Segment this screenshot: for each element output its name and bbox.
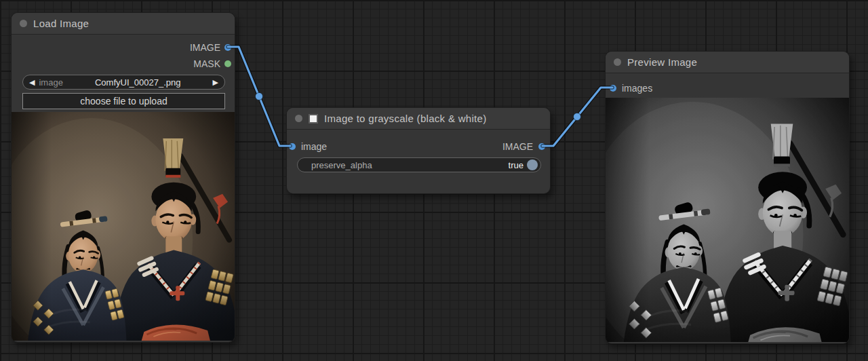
preserve-alpha-toggle[interactable]: preserve_alpha true	[297, 157, 541, 172]
output-slot-image: IMAGE	[190, 42, 231, 53]
input-port-image[interactable]	[289, 143, 296, 150]
input-slot-image: image	[289, 141, 327, 152]
link-grayscale-to-preview[interactable]	[542, 88, 612, 146]
toggle-dot-icon[interactable]	[527, 159, 538, 170]
collapse-dot-icon[interactable]	[295, 115, 302, 122]
output-port-image[interactable]	[224, 44, 231, 51]
image-combo-widget[interactable]: ◀ image ComfyUI_00027_.png ▶	[22, 75, 225, 90]
combo-name: image	[39, 77, 62, 88]
link-midpoint-dot[interactable]	[256, 93, 263, 100]
combo-value: ComfyUI_00027_.png	[67, 77, 209, 88]
widget-value: true	[509, 160, 524, 170]
preview-image-output	[606, 98, 849, 342]
input-slot-images: images	[610, 83, 652, 94]
collapse-dot-icon[interactable]	[614, 58, 621, 66]
node-title: Image to grayscale (black & white)	[324, 113, 486, 124]
collapse-dot-icon[interactable]	[20, 20, 27, 27]
input-port-images[interactable]	[610, 85, 616, 92]
input-label: image	[301, 141, 327, 152]
choose-file-button[interactable]: choose file to upload	[22, 93, 225, 109]
link-loadimage-to-grayscale[interactable]	[228, 47, 290, 146]
samurai-photo	[12, 112, 235, 341]
output-label: IMAGE	[190, 42, 220, 53]
output-port-image[interactable]	[538, 143, 545, 150]
node-title-bar: Load Image	[12, 13, 235, 35]
node-title: Load Image	[33, 18, 89, 29]
link-midpoint-dot[interactable]	[574, 113, 581, 121]
node-graph-canvas[interactable]: Load Image IMAGE MASK ◀ image ComfyUI_00…	[0, 0, 868, 361]
node-load-image[interactable]: Load Image IMAGE MASK ◀ image ComfyUI_00…	[11, 12, 235, 343]
output-slot-mask: MASK	[193, 58, 231, 69]
widget-name: preserve_alpha	[311, 160, 509, 170]
node-preview-image[interactable]: Preview Image images	[605, 51, 850, 344]
loaded-image-preview	[12, 112, 235, 341]
node-title: Preview Image	[627, 56, 697, 68]
combo-right-arrow-icon[interactable]: ▶	[213, 79, 218, 86]
input-label: images	[622, 83, 652, 94]
samurai-photo-grayscale	[606, 98, 849, 342]
node-image-to-grayscale[interactable]: Image to grayscale (black & white) image…	[286, 107, 551, 194]
node-title-bar: Image to grayscale (black & white)	[287, 108, 550, 130]
output-port-mask[interactable]	[224, 60, 231, 67]
combo-left-arrow-icon[interactable]: ◀	[29, 79, 35, 86]
square-node-icon	[309, 114, 318, 124]
output-label: MASK	[193, 58, 220, 69]
output-slot-image: IMAGE	[502, 141, 545, 152]
output-label: IMAGE	[502, 141, 533, 152]
node-title-bar: Preview Image	[606, 52, 849, 73]
